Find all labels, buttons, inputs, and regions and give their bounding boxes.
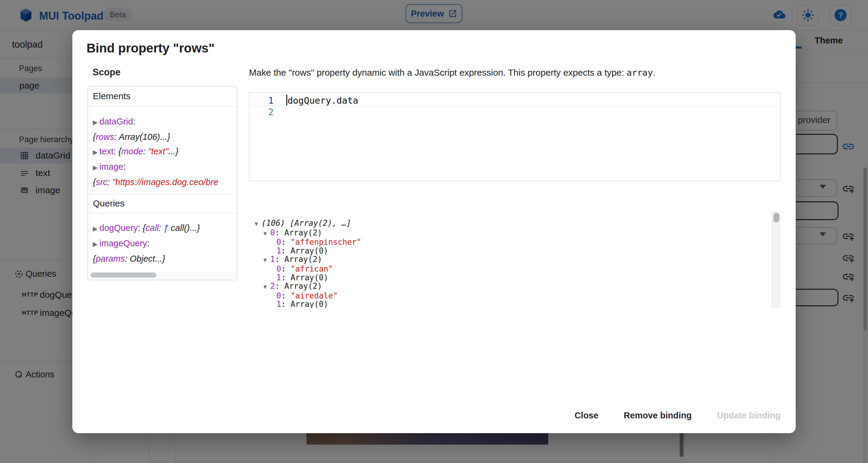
token-name: dogQuery bbox=[99, 223, 138, 233]
update-binding-button[interactable]: Update binding bbox=[714, 406, 784, 425]
result-tree-row[interactable]: 1: Array(0) bbox=[249, 300, 781, 308]
token-fn: ƒ bbox=[164, 223, 168, 233]
token-plain: : bbox=[281, 273, 290, 282]
scope-tree-row[interactable]: ▶ text: {mode: "text"...} bbox=[93, 144, 237, 159]
app-root: MUI Toolpad Beta Preview bbox=[0, 0, 868, 463]
token-key: 1 bbox=[276, 300, 281, 308]
token-plain: Array(0) bbox=[290, 300, 328, 308]
scope-tree-row[interactable]: ▶ dataGrid: bbox=[93, 114, 237, 130]
text-cursor bbox=[286, 95, 287, 105]
token-plain: : bbox=[281, 265, 290, 273]
close-button[interactable]: Close bbox=[571, 406, 601, 425]
token-name: text bbox=[99, 147, 114, 156]
expected-type: array bbox=[627, 67, 653, 78]
result-tree-row[interactable]: 1: Array(0) bbox=[249, 273, 781, 282]
token-key: 1 bbox=[270, 255, 275, 264]
result-tree-row[interactable]: ▼ (106) [Array(2), …] bbox=[249, 219, 781, 228]
token-plain: Array(0) bbox=[290, 273, 328, 282]
elements-tree: ▶ dataGrid:{rows: Array(106)...}▶ text: … bbox=[88, 106, 237, 189]
token-plain: : bbox=[147, 239, 150, 248]
token-keyi: params bbox=[96, 254, 125, 264]
queries-tree: ▶ dogQuery: {call: ƒ call()...}▶ imageQu… bbox=[88, 213, 237, 266]
token-keyi: src bbox=[96, 177, 107, 187]
result-tree-row[interactable]: 0: "airedale" bbox=[249, 291, 781, 300]
token-prev: : bbox=[159, 223, 164, 233]
token-key: 0 bbox=[276, 238, 281, 247]
token-prev: : bbox=[143, 147, 148, 156]
scope-tree-row[interactable]: ▶ image: bbox=[93, 159, 237, 175]
token-stri: "text" bbox=[148, 147, 168, 156]
token-name: dataGrid bbox=[99, 117, 133, 126]
token-prev: { bbox=[93, 177, 96, 187]
token-name: image bbox=[99, 162, 123, 172]
scope-label: Scope bbox=[93, 67, 121, 78]
token-plain: : bbox=[275, 281, 284, 290]
scope-hscrollbar-thumb[interactable] bbox=[90, 273, 156, 278]
token-key: 1 bbox=[276, 273, 281, 282]
token-plain: : bbox=[114, 147, 119, 156]
expand-arrow-icon: ▼ bbox=[264, 284, 270, 290]
scope-hscrollbar-track[interactable] bbox=[88, 272, 237, 280]
dialog-actions: Close Remove binding Update binding bbox=[571, 406, 784, 425]
token-plain: : bbox=[133, 117, 135, 126]
scope-tree-row[interactable]: ▶ imageQuery: bbox=[93, 236, 237, 251]
expand-arrow-icon: ▶ bbox=[93, 225, 99, 232]
result-tree-row[interactable]: 0: "affenpinscher" bbox=[249, 238, 781, 247]
token-stri: "https://images.dog.ceo/bre bbox=[112, 177, 218, 187]
token-plain: Array(2) bbox=[284, 228, 322, 237]
elements-section-label: Elements bbox=[93, 91, 130, 101]
scope-tree-row[interactable]: ▶ dogQuery: {call: ƒ call()...} bbox=[93, 221, 237, 236]
token-prev: : Array(106)...} bbox=[114, 132, 170, 142]
scope-tree-row[interactable]: {params: Object...} bbox=[93, 251, 237, 266]
expand-arrow-icon: ▶ bbox=[93, 164, 99, 171]
result-tree-row[interactable]: ▼ 0: Array(2) bbox=[249, 228, 781, 238]
bind-property-dialog: Bind property "rows" Scope Elements ▶ da… bbox=[72, 30, 796, 433]
expand-arrow-icon: ▼ bbox=[255, 221, 261, 227]
token-prev: { bbox=[93, 254, 96, 264]
token-str: "affenpinscher" bbox=[290, 238, 361, 247]
token-key: 1 bbox=[276, 246, 281, 255]
queries-section-label: Queries bbox=[93, 198, 124, 209]
line-number-2: 2 bbox=[250, 107, 274, 117]
instruction-period: . bbox=[653, 67, 655, 78]
remove-binding-button[interactable]: Remove binding bbox=[621, 406, 695, 425]
dialog-instruction: Make the "rows" property dynamic with a … bbox=[249, 67, 773, 78]
token-plain: : bbox=[123, 162, 126, 172]
token-prev: call()...} bbox=[168, 223, 200, 233]
token-key: 0 bbox=[270, 228, 275, 237]
token-prev: : bbox=[107, 177, 112, 187]
token-prev: { bbox=[143, 223, 146, 233]
token-keyi: rows bbox=[96, 132, 114, 142]
token-name: imageQuery bbox=[99, 239, 147, 248]
expand-arrow-icon: ▶ bbox=[93, 149, 99, 156]
result-tree-row[interactable]: 0: "african" bbox=[249, 265, 781, 273]
elements-section-header: Elements bbox=[88, 87, 237, 106]
result-scrollbar-thumb[interactable] bbox=[773, 213, 779, 222]
token-plain: Array(2) bbox=[284, 255, 322, 264]
scope-explorer: Elements ▶ dataGrid:{rows: Array(106)...… bbox=[87, 86, 238, 280]
scope-tree-row[interactable]: {rows: Array(106)...} bbox=[93, 130, 237, 144]
dialog-title: Bind property "rows" bbox=[87, 41, 215, 56]
token-plain: : bbox=[281, 238, 290, 247]
token-plain: Array(0) bbox=[290, 246, 328, 255]
instruction-text: Make the "rows" property dynamic with a … bbox=[249, 67, 627, 78]
result-tree-row[interactable]: 1: Array(0) bbox=[249, 247, 781, 255]
scope-tree-row[interactable]: {src: "https://images.dog.ceo/bre bbox=[93, 175, 237, 189]
code-editor[interactable]: 1 2 dogQuery.data bbox=[249, 92, 781, 181]
token-keyi: mode bbox=[121, 147, 143, 156]
result-tree-row[interactable]: ▼ 2: Array(2) bbox=[249, 282, 781, 291]
result-scrollbar-track[interactable] bbox=[772, 211, 781, 308]
result-tree-row[interactable]: ▼ 1: Array(2) bbox=[249, 255, 781, 265]
token-str: "african" bbox=[290, 265, 333, 273]
token-prev: : Object...} bbox=[125, 254, 165, 264]
token-key: 0 bbox=[276, 291, 281, 300]
queries-section-header: Queries bbox=[88, 193, 237, 213]
token-plain: Array(2) bbox=[284, 281, 322, 290]
token-plain: : bbox=[275, 228, 284, 237]
token-plain: : bbox=[281, 291, 290, 300]
expand-arrow-icon: ▼ bbox=[264, 230, 270, 237]
token-plain: : bbox=[275, 255, 284, 264]
token-prev: { bbox=[93, 132, 96, 142]
expression-result-preview: ▼ (106) [Array(2), …]▼ 0: Array(2)0: "af… bbox=[249, 211, 781, 308]
expand-arrow-icon: ▶ bbox=[93, 119, 99, 126]
